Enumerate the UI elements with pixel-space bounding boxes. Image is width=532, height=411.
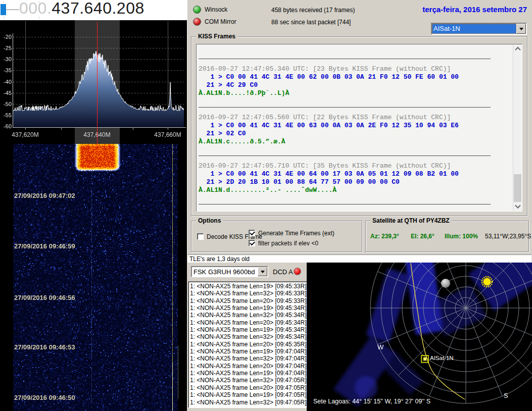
chevron-down-icon [515, 202, 520, 208]
list-item[interactable]: 1: <NON-AX25 frame Len=32> [09:45:34R] [190, 312, 307, 319]
terminal-panel: Winsock COM Mirror 458 bytes received (1… [187, 0, 532, 255]
slider-tick [4, 1, 4, 3]
volume-slider-handle[interactable] [1, 4, 6, 15]
scroll-up-button[interactable] [513, 44, 522, 53]
tle-status-bar: TLE's are 1,3 days old [187, 254, 531, 263]
date-label: terça-feira, 2016 setembro 27 [422, 5, 527, 14]
kiss-separator [199, 100, 491, 108]
winsock-status-led [193, 6, 201, 14]
spectrum-analyzer[interactable] [0, 20, 187, 144]
subsat-position-value: 53,11°W;23,95°S [485, 233, 531, 240]
satellite-select-value: AISat-1N [432, 24, 516, 34]
waterfall-timestamp: 27/09/2016 09:46:50 [14, 394, 75, 401]
last-packet-status: 88 sec since last packet [744] [271, 19, 351, 26]
kiss-frames-title: KISS Frames [196, 33, 237, 40]
winsock-label: Winsock [205, 6, 227, 13]
kiss-line: À.AL1N.b....!ð.Pþ`..L)À [199, 89, 512, 97]
satellite-qth-group: Satellite at QTH of PY4ZBZ Az: 239,3° El… [365, 221, 529, 252]
chevron-down-icon [519, 28, 523, 30]
list-item[interactable]: 1: <NON-AX25 frame Len=20> [09:45:35R] [190, 341, 307, 348]
list-item[interactable]: 1: <NON-AX25 frame Len=19> [09:45:34R] [190, 326, 307, 333]
check-icon [250, 230, 255, 236]
list-item[interactable]: 1: <NON-AX25 frame Len=19> [09:47:05R] [190, 391, 307, 398]
list-item[interactable]: 1: <NON-AX25 frame Len=32> [09:47:05R] [190, 399, 307, 406]
kiss-line: À.AL1N.c.....ð.5.”.æ.À [199, 138, 512, 146]
list-item[interactable]: 1: <NON-AX25 frame Len=20> [09:47:05R] [190, 384, 307, 391]
kiss-line: 1 > C0 00 41 4C 31 4E 00 64 00 17 03 0A … [199, 170, 512, 178]
list-item[interactable]: 1: <NON-AX25 frame Len=20> [09:45:33R] [190, 297, 307, 304]
kiss-line: 21 > 02 C0 [199, 130, 512, 138]
frequency-value: 437.640.208 [52, 0, 144, 17]
check-icon [250, 240, 255, 246]
illumination-value: Illum: 100% [445, 233, 478, 240]
list-item[interactable]: 1: <NON-AX25 frame Len=19> [09:47:04R] [190, 370, 307, 377]
generate-time-frames-checkbox[interactable] [249, 230, 255, 236]
modem-select-dropdown-button[interactable] [258, 267, 267, 276]
scrollbar-thumb[interactable] [514, 174, 521, 202]
azimuth-value: Az: 239,3° [370, 233, 399, 240]
list-item[interactable]: 1: <NON-AX25 frame Len=32> [09:45:34R] [190, 333, 307, 340]
list-item[interactable]: 1: <NON-AX25 frame Len=19> [09:45:34R] [190, 304, 307, 312]
polar-grid-svg [307, 263, 532, 411]
polar-tracking-map[interactable]: W S AISat-1N Sete Lagoas: 44° 15' 15'' W… [307, 263, 532, 411]
kiss-frames-textarea[interactable]: 2016-09-27 12:47:05.340 UTC: [23 Bytes K… [196, 44, 522, 212]
chevron-up-icon [515, 46, 520, 52]
moon-icon [441, 279, 450, 288]
options-group: Options Decode KISS Frame Generate Time … [191, 221, 362, 252]
satellite-select-dropdown-button[interactable] [516, 24, 526, 34]
kiss-line: 21 > 4C 29 C0 [199, 81, 512, 89]
com-mirror-label: COM Mirror [205, 18, 236, 25]
filter-packets-checkbox[interactable] [249, 240, 255, 246]
filter-packets-label: filter packets if elev <0 [258, 240, 318, 247]
chevron-down-icon [261, 271, 265, 273]
list-item[interactable]: 1: <NON-AX25 frame Len=32> [09:47:04R] [190, 355, 307, 362]
satellite-marker[interactable] [421, 355, 428, 363]
elevation-value: El: 26,6° [411, 233, 434, 240]
volume-slider-track[interactable] [6, 9, 19, 10]
kiss-line: À.AL1N.d.........²..- ....ˆdwW....À [199, 186, 512, 194]
options-title: Options [196, 217, 223, 224]
kiss-line: 2016-09-27 12:47:05.710 UTC: [35 Bytes K… [199, 162, 512, 170]
kiss-frames-content: 2016-09-27 12:47:05.340 UTC: [23 Bytes K… [199, 44, 512, 211]
satellite-select[interactable]: AISat-1N [431, 23, 527, 35]
scroll-down-button[interactable] [513, 202, 522, 211]
com-mirror-status-led [193, 18, 201, 26]
slider-tick [4, 17, 4, 19]
kiss-scrollbar[interactable] [513, 44, 522, 211]
spectrum-canvas[interactable] [0, 20, 187, 144]
dcd-status-led [294, 268, 301, 275]
sun-icon [482, 277, 492, 287]
list-item[interactable]: 1: <NON-AX25 frame Len=19> [09:47:04R] [190, 348, 307, 355]
kiss-line: 21 > 2D 20 1B 10 01 00 88 64 77 57 00 09… [199, 178, 512, 186]
frequency-display[interactable]: 000.437.640.208 [19, 0, 144, 18]
kiss-separator [199, 52, 491, 59]
kiss-line: 2016-09-27 12:47:05.340 UTC: [23 Bytes K… [199, 65, 512, 73]
decode-kiss-checkbox[interactable] [197, 233, 204, 240]
satellite-qth-title: Satellite at QTH of PY4ZBZ [370, 217, 452, 224]
list-item[interactable]: 1: <NON-AX25 frame Len=20> [09:47:04R] [190, 363, 307, 370]
azimuth-elevation-grid [370, 263, 532, 403]
generate-time-frames-label: Generate Time Frames (ext) [258, 230, 334, 237]
waterfall-display[interactable]: 27/09/2016 09:47:0227/09/2016 09:46:5927… [0, 144, 187, 411]
dcd-label: DCD A [273, 268, 293, 276]
frequency-panel: 000.437.640.208 [0, 0, 187, 20]
qth-coordinates-label: Sete Lagoas: 44° 15' 15'' W, 19° 27' 09'… [313, 398, 430, 405]
compass-south-label: S [504, 392, 508, 399]
list-item[interactable]: 1: <NON-AX25 frame Len=19> [09:45:33R] [190, 283, 307, 290]
list-item[interactable]: 1: <NON-AX25 frame Len=20> [09:45:34R] [190, 319, 307, 326]
kiss-line: 1 > C0 00 41 4C 31 4E 00 63 00 0A 03 0A … [199, 122, 512, 130]
kiss-line: 2016-09-27 12:47:05.560 UTC: [22 Bytes K… [199, 114, 512, 122]
kiss-separator [199, 149, 491, 156]
waterfall-canvas[interactable] [0, 144, 187, 411]
kiss-frames-group: KISS Frames 2016-09-27 12:47:05.340 UTC:… [191, 36, 527, 216]
list-item[interactable]: 1: <NON-AX25 frame Len=32> [09:45:33R] [190, 290, 307, 297]
list-item[interactable]: 1: <NON-AX25 frame Len=32> [09:47:05R] [190, 377, 307, 384]
decoded-frames-list[interactable]: 1: <NON-AX25 frame Len=19> [09:45:33R]1:… [188, 281, 307, 408]
bytes-received-status: 458 bytes received (17 frames) [271, 7, 355, 14]
kiss-line: 1 > C0 00 41 4C 31 4E 00 62 00 0B 03 0A … [199, 73, 512, 81]
waterfall-timestamp: 27/09/2016 09:46:53 [14, 343, 75, 351]
modem-select[interactable]: FSK G3RUH 9600bd [191, 266, 268, 277]
frequency-leading-zeros: 000. [19, 0, 52, 17]
waterfall-timestamp: 27/09/2016 09:47:02 [14, 192, 75, 199]
kiss-separator [199, 197, 491, 204]
